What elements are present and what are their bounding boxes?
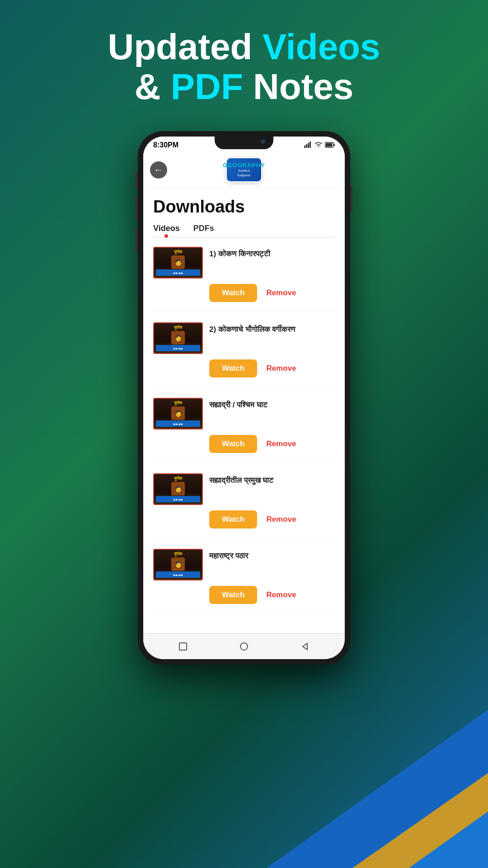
header-line2: & PDF Notes	[0, 67, 488, 107]
nav-home-icon[interactable]	[238, 640, 250, 653]
phone-screen: 8:30PM	[143, 137, 345, 659]
remove-button[interactable]: Remove	[266, 439, 296, 448]
thumb-bottom-bar: ▶▶◀◀	[156, 496, 200, 502]
header-notes: Notes	[243, 66, 354, 107]
svg-rect-6	[326, 143, 333, 146]
svg-rect-0	[304, 146, 305, 148]
video-item: भूगोल 🧑 ▶▶◀◀ सह्याद्री / पश्चिम घाट Watc…	[153, 398, 335, 462]
video-actions: Watch Remove	[209, 284, 335, 302]
logo-subtext: Avdhut Kalyane	[238, 169, 251, 177]
video-title: 1) कोकण किनारपट्टी	[209, 247, 335, 259]
status-time: 8:30PM	[153, 141, 178, 149]
header-area: Updated Videos & PDF Notes	[0, 27, 488, 107]
mute-button	[136, 172, 138, 190]
remove-button[interactable]: Remove	[266, 515, 296, 524]
video-item: भूगोल 🧑 ▶▶◀◀ 2) कोकणाचे भौगोलिक वर्गीकरण…	[153, 322, 335, 387]
thumb-bottom-text: ▶▶◀◀	[174, 347, 183, 350]
volume-up-button	[136, 197, 138, 222]
remove-button[interactable]: Remove	[266, 364, 296, 373]
thumb-title-text: भूगोल	[174, 552, 182, 557]
svg-rect-5	[334, 144, 335, 146]
thumb-bottom-bar: ▶▶◀◀	[156, 571, 200, 578]
remove-button[interactable]: Remove	[266, 590, 296, 599]
app-header: ← GEOGRAPHY Avdhut Kalyane	[143, 152, 345, 188]
battery-icon	[325, 142, 335, 149]
tabs-bar: Videos PDFs	[153, 224, 335, 238]
thumb-bottom-text: ▶▶◀◀	[174, 271, 183, 274]
watch-button[interactable]: Watch	[209, 359, 257, 377]
header-videos: Videos	[263, 27, 380, 67]
video-list: भूगोल 🧑 ▶▶◀◀ 1) कोकण किनारपट्टी Watch Re…	[153, 247, 335, 613]
back-arrow-icon: ←	[154, 165, 163, 175]
thumb-bottom-text: ▶▶◀◀	[174, 573, 183, 576]
video-title: सह्याद्री / पश्चिम घाट	[209, 398, 335, 410]
nav-square-icon[interactable]	[177, 640, 189, 653]
front-camera	[261, 139, 265, 144]
tab-pdfs[interactable]: PDFs	[193, 224, 214, 237]
status-icons	[304, 142, 335, 149]
header-line1: Updated Videos	[0, 27, 488, 67]
thumb-title-text: भूगोल	[174, 325, 182, 330]
thumb-bottom-text: ▶▶◀◀	[174, 498, 183, 501]
logo-geography-text: GEOGRAPHY	[223, 162, 265, 169]
header-pdf: PDF	[171, 66, 243, 107]
video-row: भूगोल 🧑 ▶▶◀◀ 2) कोकणाचे भौगोलिक वर्गीकरण	[153, 322, 335, 354]
page-title: Downloads	[153, 197, 335, 217]
wifi-icon	[314, 142, 323, 149]
video-title: सह्याद्रीतील प्रमुख घाट	[209, 473, 335, 486]
phone-body: 8:30PM	[138, 131, 350, 665]
thumb-character: 🧑	[171, 557, 185, 571]
content-area: Downloads Videos PDFs भूगोल 🧑	[143, 188, 345, 633]
svg-rect-7	[179, 643, 187, 650]
tab-videos[interactable]: Videos	[153, 224, 180, 237]
header-ampersand: &	[135, 66, 171, 107]
svg-marker-9	[303, 643, 307, 650]
volume-down-button	[136, 228, 138, 253]
video-thumbnail: भूगोल 🧑 ▶▶◀◀	[153, 398, 203, 429]
svg-rect-2	[308, 143, 309, 148]
thumb-character: 🧑	[171, 482, 185, 495]
thumb-character: 🧑	[171, 406, 185, 420]
video-thumbnail: भूगोल 🧑 ▶▶◀◀	[153, 322, 203, 354]
bottom-nav	[143, 633, 345, 659]
back-button[interactable]: ←	[150, 161, 167, 179]
video-actions: Watch Remove	[209, 586, 335, 604]
watch-button[interactable]: Watch	[209, 284, 257, 302]
remove-button[interactable]: Remove	[266, 288, 296, 297]
thumb-bottom-bar: ▶▶◀◀	[156, 420, 200, 427]
header-updated: Updated	[108, 27, 262, 67]
video-item: भूगोल 🧑 ▶▶◀◀ महाराष्ट्र पठार Watch Remov…	[153, 549, 335, 613]
thumb-title-text: भूगोल	[174, 401, 182, 406]
thumb-title-text: भूगोल	[174, 250, 182, 255]
watch-button[interactable]: Watch	[209, 586, 257, 604]
power-button	[350, 185, 352, 212]
video-row: भूगोल 🧑 ▶▶◀◀ सह्याद्रीतील प्रमुख घाट	[153, 473, 335, 505]
thumb-title-text: भूगोल	[174, 476, 182, 481]
phone-mockup: 8:30PM	[138, 131, 350, 665]
phone-notch	[215, 137, 273, 149]
video-thumbnail: भूगोल 🧑 ▶▶◀◀	[153, 473, 203, 505]
video-item: भूगोल 🧑 ▶▶◀◀ 1) कोकण किनारपट्टी Watch Re…	[153, 247, 335, 311]
video-row: भूगोल 🧑 ▶▶◀◀ 1) कोकण किनारपट्टी	[153, 247, 335, 278]
watch-button[interactable]: Watch	[209, 435, 257, 453]
svg-rect-3	[310, 142, 311, 148]
video-actions: Watch Remove	[209, 435, 335, 453]
video-item: भूगोल 🧑 ▶▶◀◀ सह्याद्रीतील प्रमुख घाट Wat…	[153, 473, 335, 538]
video-actions: Watch Remove	[209, 510, 335, 528]
svg-point-8	[240, 643, 248, 650]
watch-button[interactable]: Watch	[209, 510, 257, 528]
video-actions: Watch Remove	[209, 359, 335, 377]
thumb-character: 🧑	[171, 255, 185, 269]
thumb-bottom-bar: ▶▶◀◀	[156, 269, 200, 276]
thumb-character: 🧑	[171, 331, 185, 344]
video-thumbnail: भूगोल 🧑 ▶▶◀◀	[153, 247, 203, 278]
svg-rect-1	[306, 144, 307, 148]
video-row: भूगोल 🧑 ▶▶◀◀ सह्याद्री / पश्चिम घाट	[153, 398, 335, 429]
signal-icon	[304, 142, 312, 149]
app-logo: GEOGRAPHY Avdhut Kalyane	[226, 157, 262, 182]
nav-back-icon[interactable]	[299, 640, 311, 653]
video-title: 2) कोकणाचे भौगोलिक वर्गीकरण	[209, 322, 335, 335]
thumb-bottom-text: ▶▶◀◀	[174, 422, 183, 425]
video-thumbnail: भूगोल 🧑 ▶▶◀◀	[153, 549, 203, 580]
thumb-bottom-bar: ▶▶◀◀	[156, 345, 200, 351]
